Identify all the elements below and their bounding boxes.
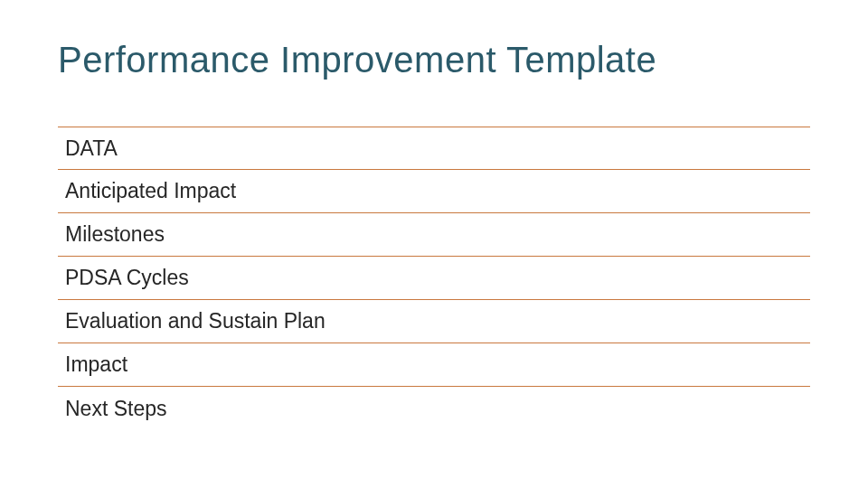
row-label: Evaluation and Sustain Plan: [65, 309, 326, 333]
table-row: Anticipated Impact: [58, 170, 810, 213]
row-label: Milestones: [65, 222, 165, 247]
table-row: DATA: [58, 127, 810, 170]
slide-title: Performance Improvement Template: [58, 40, 810, 80]
table-row: Impact: [58, 343, 810, 387]
template-table: DATA Anticipated Impact Milestones PDSA …: [58, 127, 810, 430]
row-label: DATA: [65, 136, 118, 161]
row-label: PDSA Cycles: [65, 266, 189, 290]
slide: Performance Improvement Template DATA An…: [0, 0, 868, 488]
row-label: Next Steps: [65, 397, 167, 421]
table-row: Evaluation and Sustain Plan: [58, 300, 810, 343]
row-label: Anticipated Impact: [65, 179, 236, 203]
table-row: Milestones: [58, 213, 810, 257]
table-row: Next Steps: [58, 387, 810, 430]
row-label: Impact: [65, 352, 127, 377]
table-row: PDSA Cycles: [58, 257, 810, 300]
